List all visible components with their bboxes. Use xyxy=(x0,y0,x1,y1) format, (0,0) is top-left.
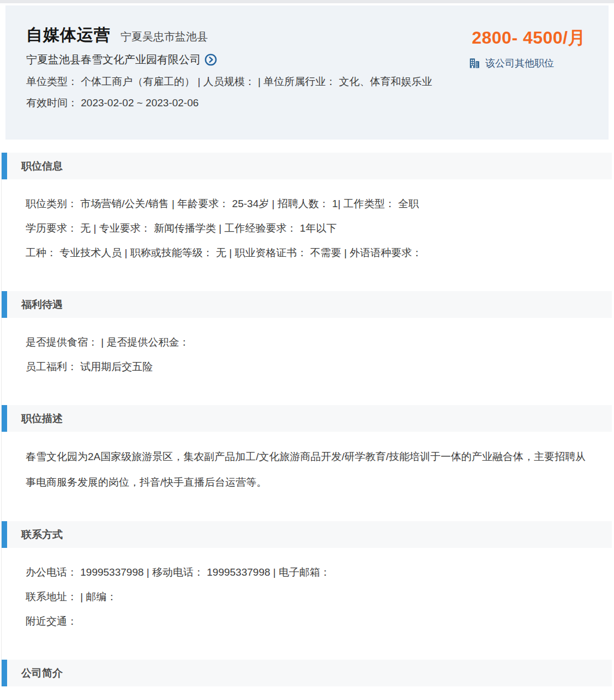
circle-chevron-right-icon[interactable] xyxy=(204,53,217,66)
section-line: 办公电话： 19995337998 | 移动电话： 19995337998 | … xyxy=(26,560,590,584)
section-title: 联系方式 xyxy=(2,521,612,548)
job-location: 宁夏吴忠市盐池县 xyxy=(121,27,208,46)
section-line: 职位类别： 市场营销/公关/销售 | 年龄要求： 25-34岁 | 招聘人数： … xyxy=(26,191,590,216)
section-line: 员工福利： 试用期后交五险 xyxy=(26,354,590,379)
section-title: 公司简介 xyxy=(2,660,612,686)
job-header-card: 自媒体运营 宁夏吴忠市盐池县 宁夏盐池县春雪文化产业园有限公司 单位类型： 个体… xyxy=(5,5,609,140)
page-top-strip xyxy=(0,0,614,3)
section-title: 福利待遇 xyxy=(2,291,612,318)
section-job-info: 职位信息 职位类别： 市场营销/公关/销售 | 年龄要求： 25-34岁 | 招… xyxy=(2,153,612,278)
job-description-paragraph: 春雪文化园为2A国家级旅游景区，集农副产品加工/文化旅游商品开发/研学教育/技能… xyxy=(26,444,590,495)
section-line: 学历要求： 无 | 专业要求： 新闻传播学类 | 工作经验要求： 1年以下 xyxy=(26,216,590,240)
section-company-profile: 公司简介 xyxy=(2,660,612,686)
buildings-icon xyxy=(468,57,480,69)
section-line: 工种： 专业技术人员 | 职称或技能等级： 无 | 职业资格证书： 不需要 | … xyxy=(26,240,590,265)
section-title: 职位描述 xyxy=(2,405,612,432)
unit-meta-line: 单位类型： 个体工商户（有雇工的） | 人员规模： | 单位所属行业： 文化、体… xyxy=(26,75,432,89)
sections-container: 职位信息 职位类别： 市场营销/公关/销售 | 年龄要求： 25-34岁 | 招… xyxy=(1,153,612,686)
job-title: 自媒体运营 xyxy=(26,25,111,45)
section-line: 是否提供食宿： | 是否提供公积金： xyxy=(26,330,590,354)
section-contact: 联系方式 办公电话： 19995337998 | 移动电话： 199953379… xyxy=(2,521,612,647)
other-jobs-link[interactable]: 该公司其他职位 xyxy=(468,57,554,70)
section-title: 职位信息 xyxy=(2,153,612,179)
section-job-description: 职位描述 春雪文化园为2A国家级旅游景区，集农副产品加工/文化旅游商品开发/研学… xyxy=(2,405,612,508)
section-line: 附近交通： xyxy=(26,609,590,633)
other-jobs-label: 该公司其他职位 xyxy=(485,57,554,70)
section-line: 联系地址： | 邮编： xyxy=(26,584,590,609)
job-header-right: 2800- 4500/月 该公司其他职位 xyxy=(468,25,586,140)
section-benefits: 福利待遇 是否提供食宿： | 是否提供公积金： 员工福利： 试用期后交五险 xyxy=(2,291,612,392)
valid-period-line: 有效时间： 2023-02-02 ~ 2023-02-06 xyxy=(26,96,432,110)
job-header-left: 自媒体运营 宁夏吴忠市盐池县 宁夏盐池县春雪文化产业园有限公司 单位类型： 个体… xyxy=(26,25,432,140)
salary-text: 2800- 4500/月 xyxy=(472,27,586,48)
company-name: 宁夏盐池县春雪文化产业园有限公司 xyxy=(26,52,201,67)
